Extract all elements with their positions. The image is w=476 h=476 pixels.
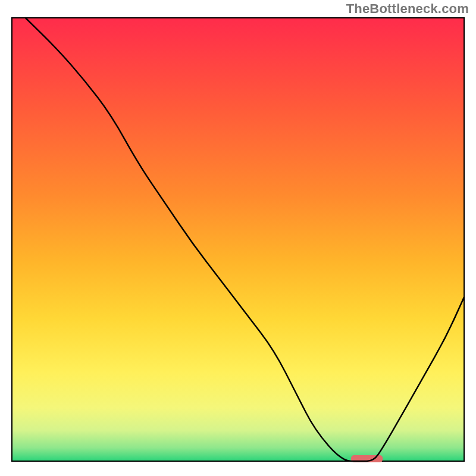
chart-background	[12, 18, 464, 461]
bottleneck-chart	[0, 0, 476, 476]
chart-container: TheBottleneck.com	[0, 0, 476, 476]
watermark-text: TheBottleneck.com	[346, 1, 469, 17]
